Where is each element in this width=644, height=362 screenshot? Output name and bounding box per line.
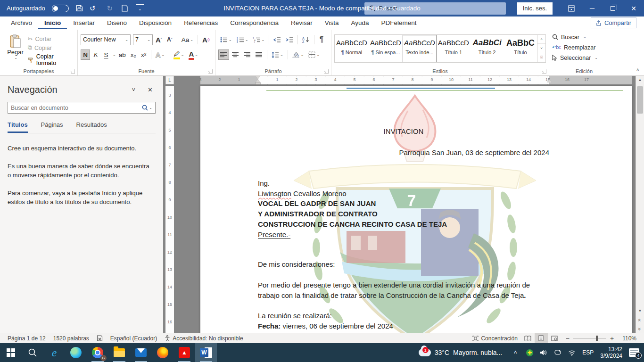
wifi-icon[interactable] <box>568 349 576 356</box>
doc-salutation[interactable]: De mis consideraciones: <box>258 259 549 270</box>
hanging-indent-marker[interactable] <box>256 79 260 82</box>
left-indent-marker[interactable] <box>256 82 260 84</box>
navpane-close-icon[interactable]: ✕ <box>148 86 153 93</box>
tab-inicio[interactable]: Inicio <box>38 17 67 29</box>
subscript-button[interactable]: x₂ <box>129 49 138 60</box>
underline-dropdown-icon[interactable]: ⌄ <box>113 53 116 57</box>
sign-in-button[interactable]: Inic. ses. <box>517 2 553 15</box>
titlebar-search[interactable]: Buscar <box>364 2 506 15</box>
navpane-search-icon[interactable] <box>142 105 148 111</box>
multilevel-list-button[interactable]: 1ai⌄ <box>251 34 266 45</box>
zoom-in-icon[interactable]: + <box>610 335 614 342</box>
new-document-icon[interactable] <box>121 4 129 13</box>
doc-heading[interactable]: INVITACION <box>258 127 549 137</box>
text-effects-button[interactable]: A⌄ <box>154 49 167 60</box>
ribbon-display-options-button[interactable] <box>561 0 582 16</box>
increase-indent-button[interactable] <box>284 34 295 45</box>
previous-page-icon[interactable]: « <box>636 316 644 324</box>
style-titulo[interactable]: AaBbCTítulo <box>504 35 537 62</box>
decrease-indent-button[interactable] <box>272 34 283 45</box>
zoom-slider[interactable] <box>573 338 606 338</box>
paragraph-dialog-launcher[interactable] <box>324 69 329 74</box>
shrink-font-button[interactable]: Aˇ <box>165 34 174 45</box>
tab-selector[interactable]: L <box>165 76 174 84</box>
tab-correspondencia[interactable]: Correspondencia <box>224 17 285 29</box>
style-normal[interactable]: AaBbCcDc¶ Normal <box>335 35 369 62</box>
navpane-chevron-icon[interactable]: ˅ <box>132 86 136 93</box>
acrobat-icon[interactable]: ▲ <box>173 343 195 362</box>
collapse-ribbon-icon[interactable]: ˄ <box>636 67 639 73</box>
scroll-down-icon[interactable]: ▼ <box>636 307 644 315</box>
clear-formatting-button[interactable]: A◊ <box>200 34 212 45</box>
font-size-select[interactable]: 7⌄ <box>133 34 153 45</box>
doc-recipient-block[interactable]: Ing. Liwinsgton Cevallos Moreno VOCAL DE… <box>258 178 549 239</box>
save-icon[interactable] <box>75 4 84 13</box>
font-dialog-launcher[interactable] <box>208 69 213 74</box>
tab-diseno[interactable]: Diseño <box>101 17 133 29</box>
page-indicator[interactable]: Página 1 de 12 <box>4 333 50 343</box>
restore-button[interactable] <box>603 0 623 16</box>
right-indent-marker[interactable] <box>547 79 552 82</box>
antivirus-tray-icon[interactable]: ✚ <box>526 349 533 356</box>
vertical-scrollbar[interactable]: ▲ ▼ « » <box>636 76 644 333</box>
first-line-indent-marker[interactable] <box>256 76 260 79</box>
bold-button[interactable]: N <box>81 49 90 60</box>
print-layout-button[interactable] <box>535 333 548 343</box>
undo-button[interactable]: ↺⌄ <box>91 4 99 13</box>
sort-button[interactable]: AZ <box>300 34 312 45</box>
mail-icon[interactable] <box>130 343 152 362</box>
navpane-tab-resultados[interactable]: Resultados <box>76 121 107 133</box>
numbering-button[interactable]: 123⌄ <box>235 34 250 45</box>
bullets-button[interactable]: ⌄ <box>218 34 234 45</box>
styles-scroll-up-icon[interactable]: ˄ <box>537 35 545 44</box>
navpane-search[interactable]: ⌄ <box>8 102 156 114</box>
focus-mode-button[interactable]: Concentración <box>469 333 521 343</box>
zoom-level[interactable]: 110% <box>619 333 640 343</box>
start-button[interactable] <box>0 343 22 362</box>
grow-font-button[interactable]: Aˆ <box>154 34 164 45</box>
horizontal-ruler[interactable]: 321 1234567891011121314151617 <box>200 76 632 84</box>
display-connect-icon[interactable] <box>554 349 561 356</box>
next-page-icon[interactable]: » <box>636 325 644 333</box>
justify-button[interactable] <box>254 49 264 60</box>
tray-expand-icon[interactable]: ˄ <box>512 349 519 356</box>
styles-dialog-launcher[interactable] <box>542 69 546 74</box>
replace-button[interactable]: ↶bc Reemplazar <box>552 43 616 52</box>
navpane-search-input[interactable] <box>11 105 142 111</box>
tab-vista[interactable]: Vista <box>319 17 345 29</box>
italic-button[interactable]: K <box>91 49 100 60</box>
notification-center-icon[interactable]: 4 <box>629 348 639 357</box>
doc-dateline[interactable]: Parroquia San Juan, 03 de septiembre del… <box>258 148 549 158</box>
align-right-button[interactable] <box>242 49 253 60</box>
font-family-select[interactable]: Courier New⌄ <box>81 34 131 45</box>
autosave-toggle[interactable] <box>52 5 69 12</box>
style-titulo-2[interactable]: AaBbCiTítulo 2 <box>471 35 504 62</box>
styles-expand-icon[interactable]: ⍗ <box>537 53 545 62</box>
vertical-ruler[interactable]: 345678910111213141516 <box>165 86 174 333</box>
scroll-up-icon[interactable]: ▲ <box>636 76 644 84</box>
underline-button[interactable]: S <box>101 49 111 60</box>
navpane-tab-paginas[interactable]: Páginas <box>41 121 63 133</box>
tab-disposicion[interactable]: Disposición <box>133 17 178 29</box>
navpane-search-dropdown-icon[interactable]: ⌄ <box>149 106 152 110</box>
read-mode-button[interactable] <box>521 333 535 343</box>
volume-icon[interactable] <box>540 349 547 356</box>
paste-button[interactable]: Pegar ⌄ <box>3 33 28 67</box>
style-titulo-1[interactable]: AaBbCcDTítulo 1 <box>437 35 471 62</box>
align-center-button[interactable] <box>230 49 241 60</box>
strikethrough-button[interactable]: ab <box>117 49 128 60</box>
style-sin-espaciado[interactable]: AaBbCcDc¶ Sin espa... <box>369 35 403 62</box>
internet-explorer-icon[interactable]: e <box>43 343 65 362</box>
tab-pdfelement[interactable]: PDFelement <box>375 17 423 29</box>
web-layout-button[interactable] <box>548 333 561 343</box>
taskbar-search-button[interactable] <box>22 343 43 362</box>
highlight-button[interactable]: 🖉⌄ <box>172 49 186 60</box>
firefox-icon[interactable] <box>152 343 173 362</box>
language-indicator[interactable]: Español (Ecuador) <box>107 333 161 343</box>
accessibility-status[interactable]: Accesibilidad: No disponible <box>161 333 247 343</box>
doc-meeting-line[interactable]: La reunión se realizará: <box>258 311 549 321</box>
document-page[interactable]: 7 <box>200 86 632 333</box>
styles-scroll-down-icon[interactable]: ˅ <box>537 44 545 53</box>
scrollbar-thumb[interactable] <box>637 86 643 114</box>
word-count[interactable]: 1520 palabras <box>50 333 93 343</box>
